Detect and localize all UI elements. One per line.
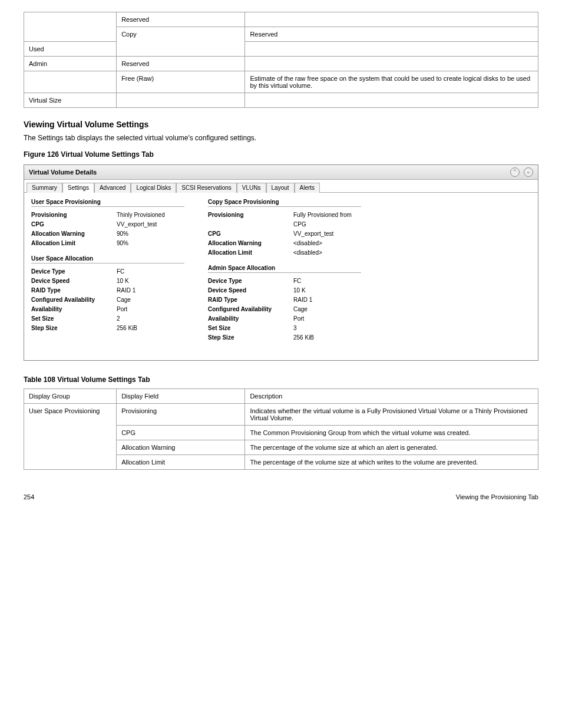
kv-row: RAID TypeRAID 1	[208, 295, 361, 305]
kv-value: FC	[117, 267, 184, 276]
kv-label: CPG	[31, 220, 117, 229]
cell-field: Provisioning	[117, 404, 245, 426]
kv-label: Availability	[31, 305, 117, 314]
cell-desc: Indicates whether the virtual volume is …	[245, 404, 538, 426]
cell-desc: The percentage of the volume size at whi…	[245, 455, 538, 470]
vv-details-panel: Virtual Volume Details ⌃ ⌄ Summary Setti…	[24, 164, 538, 361]
kv-row: Allocation Limit90%	[31, 239, 184, 248]
collapse-icon[interactable]: ⌃	[510, 167, 520, 177]
header-display-group: Display Group	[24, 389, 117, 404]
cell-field: Free (Raw)	[117, 71, 245, 93]
table-row: Reserved	[24, 12, 538, 27]
panel-body: User Space Provisioning ProvisioningThin…	[24, 193, 538, 360]
page-footer: 254 Viewing the Provisioning Tab	[24, 493, 538, 500]
kv-label: Device Speed	[31, 276, 117, 286]
kv-label: RAID Type	[208, 295, 293, 305]
cell-desc: The Common Provisioning Group from which…	[245, 426, 538, 440]
tab-scsi-reservations[interactable]: SCSI Reservations	[176, 183, 236, 193]
kv-label: Allocation Limit	[208, 248, 293, 258]
kv-label: Step Size	[31, 324, 117, 333]
kv-value: <disabled>	[293, 248, 361, 258]
figure-caption: Figure 126 Virtual Volume Settings Tab	[24, 150, 538, 159]
kv-value: Port	[117, 305, 184, 314]
copy-admin-column: Copy Space Provisioning ProvisioningFull…	[208, 199, 361, 342]
table-row: Virtual Size	[24, 93, 538, 108]
tab-settings[interactable]: Settings	[62, 183, 94, 193]
kv-row: ProvisioningThinly Provisioned	[31, 210, 184, 220]
tab-alerts[interactable]: Alerts	[295, 183, 320, 193]
cell-field: Allocation Warning	[117, 440, 245, 455]
kv-label: Device Type	[31, 267, 117, 276]
admin-space-allocation-title: Admin Space Allocation	[208, 265, 361, 273]
cell-desc: The percentage of the volume size at whi…	[245, 440, 538, 455]
kv-value: RAID 1	[293, 295, 361, 305]
table-a: Reserved Copy Reserved Used Admin Reserv…	[24, 12, 538, 108]
kv-value: VV_export_test	[293, 229, 361, 239]
kv-row: Set Size3	[208, 324, 361, 333]
cell-field: CPG	[117, 426, 245, 440]
kv-row: Device Speed10 K	[208, 286, 361, 295]
tab-row: Summary Settings Advanced Logical Disks …	[24, 180, 538, 193]
cell-group: Virtual Size	[24, 93, 117, 108]
kv-label: CPG	[208, 229, 293, 239]
cell-empty	[24, 12, 117, 42]
kv-value: RAID 1	[117, 286, 184, 295]
kv-row: Step Size256 KiB	[31, 324, 184, 333]
header-description: Description	[245, 389, 538, 404]
cell-empty	[24, 71, 117, 93]
kv-value: <disabled>	[293, 239, 361, 248]
kv-row: ProvisioningFully Provisioned from CPG	[208, 210, 361, 229]
kv-value: 3	[293, 324, 361, 333]
kv-row: RAID TypeRAID 1	[31, 286, 184, 295]
kv-value: Port	[293, 314, 361, 324]
kv-row: Device Speed10 K	[31, 276, 184, 286]
kv-value: 256 KiB	[117, 324, 184, 333]
kv-label: Provisioning	[31, 210, 117, 220]
kv-row: Allocation Limit<disabled>	[208, 248, 361, 258]
user-space-allocation-title: User Space Allocation	[31, 255, 184, 263]
kv-value: Thinly Provisioned	[117, 210, 184, 220]
tab-summary[interactable]: Summary	[27, 183, 62, 193]
user-space-column: User Space Provisioning ProvisioningThin…	[31, 199, 184, 342]
kv-value: 90%	[117, 229, 184, 239]
kv-row: AvailabilityPort	[208, 314, 361, 324]
kv-label: Device Type	[208, 276, 293, 286]
panel-title: Virtual Volume Details	[29, 169, 97, 176]
kv-row: Configured AvailabilityCage	[208, 305, 361, 314]
kv-value: Fully Provisioned from CPG	[293, 210, 361, 229]
kv-label: Set Size	[31, 314, 117, 324]
kv-value: 2	[117, 314, 184, 324]
cell-desc	[245, 42, 538, 57]
user-space-provisioning-title: User Space Provisioning	[31, 199, 184, 207]
table-row: Admin Reserved	[24, 57, 538, 71]
kv-label: Configured Availability	[208, 305, 293, 314]
kv-label: Availability	[208, 314, 293, 324]
kv-value: 90%	[117, 239, 184, 248]
table-b: Display Group Display Field Description …	[24, 388, 538, 470]
tab-advanced[interactable]: Advanced	[94, 183, 131, 193]
page-number: 254	[24, 493, 34, 500]
kv-value: 10 K	[117, 276, 184, 286]
cell-group: Admin	[24, 57, 117, 71]
kv-value: 256 KiB	[293, 333, 361, 342]
kv-row: Device TypeFC	[31, 267, 184, 276]
kv-label: Allocation Limit	[31, 239, 117, 248]
cell-desc	[245, 93, 538, 108]
tab-layout[interactable]: Layout	[266, 183, 295, 193]
cell-field: Reserved	[245, 27, 538, 42]
cell-group: Copy	[117, 27, 245, 57]
table-b-caption: Table 108 Virtual Volume Settings Tab	[24, 375, 538, 384]
cell-desc	[245, 12, 538, 27]
kv-label: Device Speed	[208, 286, 293, 295]
cell-group: User Space Provisioning	[24, 404, 117, 470]
cell-desc	[245, 57, 538, 71]
panel-header-icons: ⌃ ⌄	[508, 167, 533, 177]
kv-value: 10 K	[293, 286, 361, 295]
kv-row: CPGVV_export_test	[208, 229, 361, 239]
cell-field	[117, 93, 245, 108]
cell-field: Used	[24, 42, 117, 57]
tab-vluns[interactable]: VLUNs	[237, 183, 266, 193]
expand-icon[interactable]: ⌄	[524, 167, 533, 177]
tab-logical-disks[interactable]: Logical Disks	[131, 183, 176, 193]
table-header-row: Display Group Display Field Description	[24, 389, 538, 404]
